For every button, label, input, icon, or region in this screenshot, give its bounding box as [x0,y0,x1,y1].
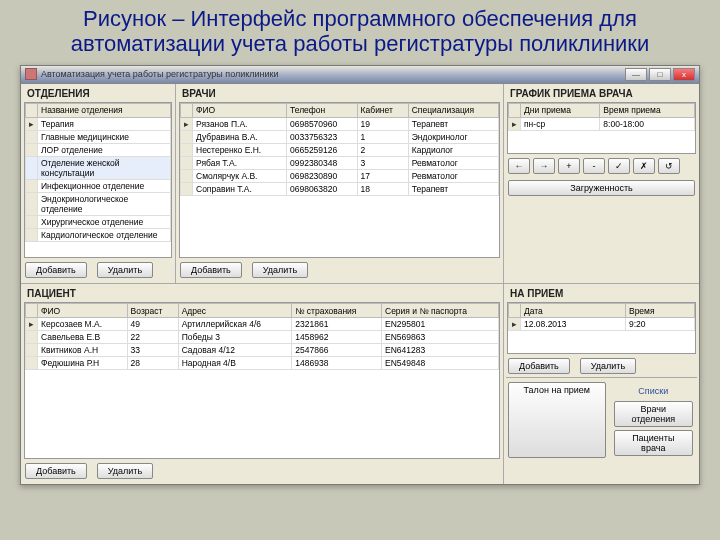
schedule-header: ГРАФИК ПРИЕМА ВРАЧА [506,86,697,101]
schedule-panel: ГРАФИК ПРИЕМА ВРАЧА Дни приемаВремя прие… [504,84,699,284]
nav-remove-button[interactable]: - [583,158,605,174]
doc-del-button[interactable]: Удалить [252,262,308,278]
schedule-grid[interactable]: Дни приемаВремя приема ▸пн-ср8:00-18:00 [507,102,696,154]
table-row: Рябая Т.А.09923803483Ревматолог [181,156,499,169]
close-button[interactable]: x [673,68,695,81]
talon-button[interactable]: Талон на прием [508,382,606,458]
nav-add-button[interactable]: + [558,158,580,174]
table-row: Квитников А.Н33Садовая 4/122547866EN6412… [26,344,499,357]
departments-grid[interactable]: Название отделения ▸Терапия Главные меди… [24,102,172,259]
table-row: Дубравина В.А.00337563231Эндокринолог [181,130,499,143]
content-area: ОТДЕЛЕНИЯ Название отделения ▸Терапия Гл… [21,84,699,484]
table-row: Отделение женской консультации [26,156,171,179]
appointment-panel: НА ПРИЕМ ДатаВремя ▸12.08.20139:20 Добав… [504,284,699,484]
departments-header: ОТДЕЛЕНИЯ [23,86,173,101]
window-title: Автоматизация учета работы регистратуры … [41,69,625,79]
table-row: Федюшина Р.Н28Народная 4/В1486938EN54984… [26,357,499,370]
doctors-header: ВРАЧИ [178,86,501,101]
app-icon [25,68,37,80]
nav-confirm-button[interactable]: ✓ [608,158,630,174]
table-row: Эндокринологическое отделение [26,192,171,215]
table-row: Главные медицинские [26,130,171,143]
appt-del-button[interactable]: Удалить [580,358,636,374]
minimize-button[interactable]: — [625,68,647,81]
appt-add-button[interactable]: Добавить [508,358,570,374]
list-doctors-button[interactable]: Врачи отделения [614,401,694,427]
pat-add-button[interactable]: Добавить [25,463,87,479]
table-row: ЛОР отделение [26,143,171,156]
dep-del-button[interactable]: Удалить [97,262,153,278]
table-row: Хирургическое отделение [26,215,171,228]
table-row: Кардиологическое отделение [26,228,171,241]
app-window: Автоматизация учета работы регистратуры … [20,65,700,485]
table-row: Смолярчук А.В.069823089017Ревматолог [181,169,499,182]
patients-panel: ПАЦИЕНТ ФИОВозрастАдрес№ страхованияСери… [21,284,504,484]
departments-panel: ОТДЕЛЕНИЯ Название отделения ▸Терапия Гл… [21,84,176,284]
patients-grid[interactable]: ФИОВозрастАдрес№ страхованияСерия и № па… [24,302,500,459]
pat-del-button[interactable]: Удалить [97,463,153,479]
table-row: ▸Рязанов П.А.069857096019Терапевт [181,117,499,130]
patients-header: ПАЦИЕНТ [23,286,501,301]
table-row: ▸Керсозаев М.А.49Артиллерийская 4/623218… [26,318,499,331]
nav-next-button[interactable]: → [533,158,555,174]
table-row: Соправин Т.А.069806382018Терапевт [181,182,499,195]
doctors-grid[interactable]: ФИОТелефонКабинетСпециализация ▸Рязанов … [179,102,500,259]
doc-add-button[interactable]: Добавить [180,262,242,278]
table-row: ▸12.08.20139:20 [509,318,695,331]
nav-refresh-button[interactable]: ↺ [658,158,680,174]
appointment-header: НА ПРИЕМ [506,286,697,301]
load-button[interactable]: Загруженность [508,180,695,196]
table-row: Нестеренко Е.Н.06652591262Кардиолог [181,143,499,156]
list-patients-button[interactable]: Пациенты врача [614,430,694,456]
col-dep-name: Название отделения [38,103,171,117]
maximize-button[interactable]: □ [649,68,671,81]
slide-title: Рисунок – Интерфейс программного обеспеч… [0,0,720,65]
lists-label: Списки [614,386,694,396]
appointment-grid[interactable]: ДатаВремя ▸12.08.20139:20 [507,302,696,354]
table-row: ▸пн-ср8:00-18:00 [509,117,695,130]
nav-prev-button[interactable]: ← [508,158,530,174]
table-row: ▸Терапия [26,117,171,130]
table-row: Инфекционное отделение [26,179,171,192]
titlebar: Автоматизация учета работы регистратуры … [21,66,699,84]
doctors-panel: ВРАЧИ ФИОТелефонКабинетСпециализация ▸Ря… [176,84,504,284]
nav-cancel-button[interactable]: ✗ [633,158,655,174]
table-row: Савельева Е.В22Победы 31458962EN569863 [26,331,499,344]
dep-add-button[interactable]: Добавить [25,262,87,278]
